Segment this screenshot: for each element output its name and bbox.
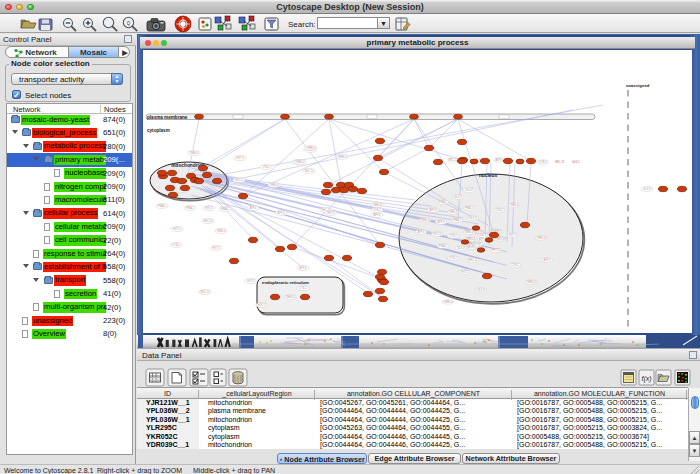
svg-text:GLK-8: GLK-8 <box>465 188 473 192</box>
svg-text:HXT-3: HXT-3 <box>247 279 255 283</box>
svg-text:GLK-8: GLK-8 <box>469 216 477 220</box>
svg-text:HXT-3: HXT-3 <box>492 248 500 252</box>
svg-text:YBR0-4: YBR0-4 <box>443 300 453 304</box>
svg-text:YBR0-4: YBR0-4 <box>216 229 226 233</box>
svg-text:PMA-1: PMA-1 <box>186 206 194 210</box>
svg-text:unassigned: unassigned <box>626 83 650 88</box>
svg-text:HXT-3: HXT-3 <box>236 156 244 160</box>
svg-text:HXT-3: HXT-3 <box>258 303 266 307</box>
svg-text:YBR0-4: YBR0-4 <box>509 203 519 207</box>
svg-text:HXT-3: HXT-3 <box>235 178 243 182</box>
svg-text:ATP-6: ATP-6 <box>543 258 551 262</box>
svg-text:PMA-1: PMA-1 <box>439 244 447 248</box>
svg-text:HXT-3: HXT-3 <box>205 206 213 210</box>
svg-text:cytoplasm: cytoplasm <box>147 128 170 133</box>
svg-text:GLK-8: GLK-8 <box>457 246 465 250</box>
svg-text:f(x): f(x) <box>641 375 651 383</box>
svg-text:HXT-3: HXT-3 <box>461 270 469 274</box>
svg-text:CYB-2: CYB-2 <box>539 160 547 164</box>
svg-text:HXT-3: HXT-3 <box>173 227 181 231</box>
svg-text:ATP-6: ATP-6 <box>429 208 437 212</box>
svg-text:PMA-1: PMA-1 <box>439 200 447 204</box>
svg-text:YBR0-4: YBR0-4 <box>526 280 536 284</box>
svg-text:CYB-2: CYB-2 <box>449 234 457 238</box>
svg-text:CYB-2: CYB-2 <box>495 208 503 212</box>
svg-text:CYB-2: CYB-2 <box>373 208 381 212</box>
svg-text:GLK-8: GLK-8 <box>643 187 651 191</box>
svg-text:SEC-12: SEC-12 <box>471 244 481 248</box>
svg-text:CYB-2: CYB-2 <box>511 263 519 267</box>
svg-text:YBR0-4: YBR0-4 <box>420 218 430 222</box>
svg-text:ATP-6: ATP-6 <box>417 230 425 234</box>
svg-text:SEC-12: SEC-12 <box>203 219 213 223</box>
svg-text:YBR0-4: YBR0-4 <box>536 236 546 240</box>
svg-text:ATP-6: ATP-6 <box>373 213 381 217</box>
svg-text:YBR0-4: YBR0-4 <box>295 160 305 164</box>
svg-text:ATP-6: ATP-6 <box>249 206 257 210</box>
svg-text:SEC-12: SEC-12 <box>200 290 210 294</box>
svg-text:SEC-T4: SEC-T4 <box>555 160 565 164</box>
svg-text:GLK-8: GLK-8 <box>454 195 462 199</box>
svg-text:HXT-3: HXT-3 <box>212 246 220 250</box>
svg-text:ATP-6: ATP-6 <box>437 220 445 224</box>
svg-text:CYB-2: CYB-2 <box>262 165 270 169</box>
svg-text:CYB-2: CYB-2 <box>172 243 180 247</box>
svg-text:YBR0-4: YBR0-4 <box>285 295 295 299</box>
svg-text:YBR0-4: YBR0-4 <box>189 151 199 155</box>
svg-text:PMA-1: PMA-1 <box>221 207 229 211</box>
svg-text:ATP-6: ATP-6 <box>299 266 307 270</box>
svg-text:GLK-8: GLK-8 <box>477 288 485 292</box>
svg-text:ATP-6: ATP-6 <box>495 158 503 162</box>
svg-text:PMA-1: PMA-1 <box>465 206 473 210</box>
svg-text:nucleus: nucleus <box>479 173 497 178</box>
svg-text:PMA-1: PMA-1 <box>453 218 461 222</box>
svg-text:GLK-8: GLK-8 <box>479 233 487 237</box>
svg-text:ATP-6: ATP-6 <box>277 211 285 215</box>
svg-text:Q: Q <box>127 21 131 26</box>
svg-text:SEC-12: SEC-12 <box>468 258 478 262</box>
svg-text:YBR0-4: YBR0-4 <box>372 203 382 207</box>
svg-text:SEC-12: SEC-12 <box>448 158 458 162</box>
svg-text:HXT-3: HXT-3 <box>509 233 517 237</box>
svg-text:GLK-2: GLK-2 <box>572 160 580 164</box>
svg-text:CYB-2: CYB-2 <box>449 256 457 260</box>
svg-text:YBR0-4: YBR0-4 <box>464 230 474 234</box>
svg-text:PMA-1: PMA-1 <box>158 204 166 208</box>
svg-text:HXT-3: HXT-3 <box>433 232 441 236</box>
svg-text:HXT-3: HXT-3 <box>327 211 335 215</box>
svg-text:YBR0-4: YBR0-4 <box>269 183 279 187</box>
svg-text:YBR0-4: YBR0-4 <box>448 210 458 214</box>
svg-text:YBR0-4: YBR0-4 <box>306 146 316 150</box>
svg-text:CYB-2: CYB-2 <box>299 286 307 290</box>
svg-text:endoplasmic reticulum: endoplasmic reticulum <box>262 280 309 285</box>
svg-text:SEC-12: SEC-12 <box>304 169 314 173</box>
svg-text:YBR0-4: YBR0-4 <box>337 155 347 159</box>
svg-text:plasma membrane: plasma membrane <box>147 115 188 120</box>
